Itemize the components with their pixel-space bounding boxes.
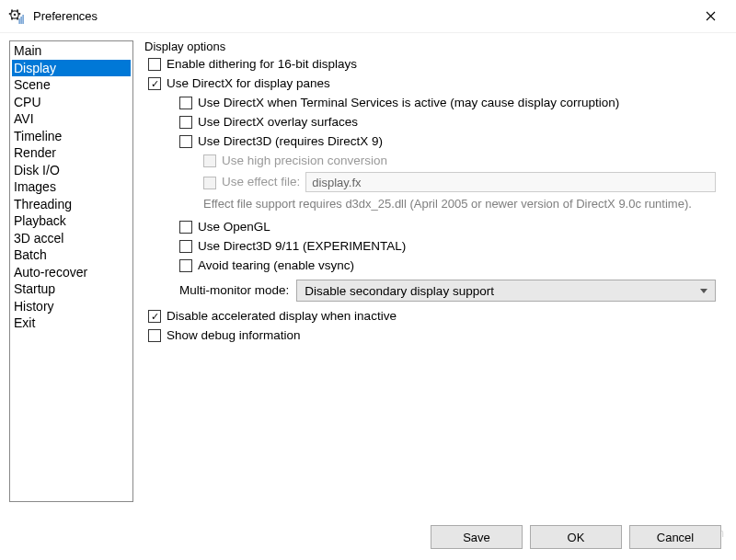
sidebar-item-cpu[interactable]: CPU: [12, 94, 131, 111]
sidebar-item-render[interactable]: Render: [12, 144, 131, 162]
svg-rect-9: [21, 17, 22, 24]
content-area: Main Display Scene CPU AVI Timeline Rend…: [0, 33, 736, 511]
sidebar-item-timeline[interactable]: Timeline: [12, 128, 131, 145]
svg-rect-8: [19, 18, 20, 24]
effectfile-input: [305, 172, 716, 192]
checkbox-d3d911[interactable]: [179, 240, 192, 253]
label-d3d911: Use Direct3D 9/11 (EXPERIMENTAL): [198, 238, 406, 255]
checkbox-d3d[interactable]: [179, 135, 192, 148]
sidebar-item-exit[interactable]: Exit: [12, 314, 131, 332]
panel-display-options: Display options Enable dithering for 16-…: [133, 40, 727, 502]
svg-rect-3: [17, 9, 18, 12]
checkbox-directx-ts[interactable]: [179, 97, 192, 109]
svg-rect-7: [18, 13, 21, 15]
titlebar: Preferences: [0, 0, 736, 33]
sidebar-item-playback[interactable]: Playback: [12, 212, 131, 230]
button-row: Save OK Cancel: [431, 525, 721, 549]
app-icon: [7, 7, 26, 26]
sidebar-item-threading[interactable]: Threading: [12, 196, 131, 213]
sidebar: Main Display Scene CPU AVI Timeline Rend…: [9, 40, 133, 502]
sidebar-item-history[interactable]: History: [12, 298, 131, 315]
sidebar-item-images[interactable]: Images: [12, 178, 131, 196]
cancel-button[interactable]: Cancel: [629, 525, 721, 549]
svg-rect-2: [11, 9, 13, 12]
sidebar-item-avi[interactable]: AVI: [12, 110, 131, 128]
svg-rect-5: [17, 17, 18, 20]
label-dithering: Enable dithering for 16-bit displays: [167, 56, 357, 73]
multimonitor-select[interactable]: Disable secondary display support: [296, 280, 716, 302]
multimonitor-value: Disable secondary display support: [305, 284, 494, 298]
sidebar-item-autorecover[interactable]: Auto-recover: [12, 264, 131, 281]
label-effectfile: Use effect file:: [222, 174, 300, 190]
sidebar-item-3daccel[interactable]: 3D accel: [12, 230, 131, 247]
sidebar-item-main[interactable]: Main: [12, 42, 131, 60]
label-debug: Show debug information: [167, 327, 301, 344]
checkbox-effectfile: [203, 177, 216, 189]
label-disable-accel: Disable accelerated display when inactiv…: [167, 308, 397, 325]
label-overlay: Use DirectX overlay surfaces: [198, 114, 358, 131]
sidebar-item-scene[interactable]: Scene: [12, 76, 131, 94]
sidebar-item-diskio[interactable]: Disk I/O: [12, 162, 131, 179]
group-title: Display options: [144, 40, 225, 53]
checkbox-opengl[interactable]: [179, 221, 192, 234]
group-display-options: Display options Enable dithering for 16-…: [143, 40, 721, 352]
checkbox-directx[interactable]: [148, 77, 161, 90]
checkbox-disable-accel[interactable]: [148, 310, 161, 323]
label-opengl: Use OpenGL: [198, 219, 270, 235]
effectfile-note: Effect file support requires d3dx_25.dll…: [148, 196, 716, 212]
checkbox-highprecision: [203, 154, 216, 167]
save-button[interactable]: Save: [431, 525, 523, 549]
close-button[interactable]: [692, 3, 729, 30]
sidebar-item-display[interactable]: Display: [12, 60, 131, 77]
svg-point-1: [14, 13, 17, 16]
label-highprecision: Use high precision conversion: [222, 153, 387, 169]
label-vsync: Avoid tearing (enable vsync): [198, 257, 354, 274]
multimonitor-label: Multi-monitor mode:: [179, 282, 289, 299]
svg-rect-10: [23, 15, 24, 24]
label-directx: Use DirectX for display panes: [167, 75, 330, 92]
svg-rect-6: [9, 13, 12, 15]
ok-button[interactable]: OK: [530, 525, 622, 549]
sidebar-item-batch[interactable]: Batch: [12, 246, 131, 264]
checkbox-debug[interactable]: [148, 329, 161, 342]
label-directx-ts: Use DirectX when Terminal Services is ac…: [198, 95, 619, 111]
svg-rect-4: [11, 17, 13, 20]
checkbox-dithering[interactable]: [148, 58, 161, 71]
window-title: Preferences: [33, 9, 692, 23]
checkbox-vsync[interactable]: [179, 259, 192, 272]
checkbox-overlay[interactable]: [179, 116, 192, 129]
label-d3d: Use Direct3D (requires DirectX 9): [198, 133, 383, 150]
sidebar-item-startup[interactable]: Startup: [12, 280, 131, 298]
